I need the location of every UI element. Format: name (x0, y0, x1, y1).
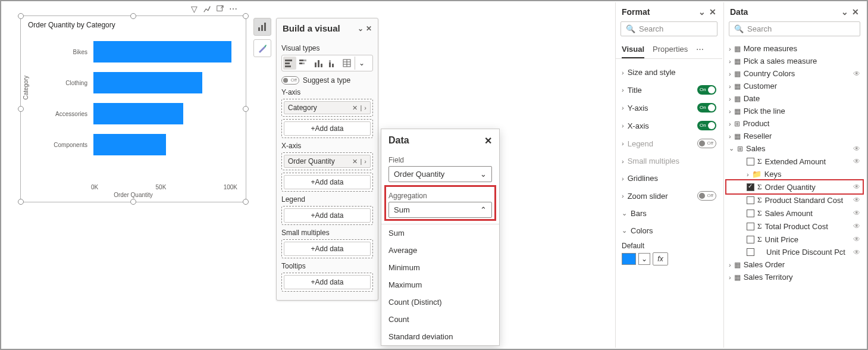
chevron-right-icon[interactable]: › (364, 158, 366, 165)
field-checkbox[interactable] (747, 223, 754, 230)
aggregation-option[interactable]: Count (381, 311, 499, 328)
resize-handle[interactable] (18, 199, 24, 205)
close-icon[interactable]: ✕ (852, 7, 859, 17)
field-checkbox[interactable] (747, 183, 754, 191)
resize-handle[interactable] (130, 13, 136, 19)
close-icon[interactable]: ✕ (484, 135, 492, 146)
hidden-icon[interactable]: 👁 (853, 145, 860, 153)
field-row[interactable]: Unit Price Discount Pct👁 (726, 246, 863, 258)
field-row[interactable]: ΣUnit Price👁 (726, 233, 863, 246)
table-row[interactable]: ›▦Pick the line (726, 105, 863, 117)
more-icon[interactable]: ⋯ (696, 41, 704, 58)
stacked-bar-icon[interactable] (297, 57, 311, 70)
stacked-column-icon[interactable] (326, 57, 339, 70)
hidden-icon[interactable]: 👁 (853, 70, 860, 78)
hidden-icon[interactable]: 👁 (853, 235, 860, 243)
aggregation-option[interactable]: Minimum (381, 259, 499, 276)
chevron-down-icon[interactable]: ⌄ (638, 253, 650, 265)
table-row[interactable]: ›▦Reseller (726, 130, 863, 142)
tooltips-add-button[interactable]: +Add data (284, 275, 371, 289)
close-icon[interactable]: ✕ (709, 7, 716, 17)
format-item[interactable]: ⌄Bars (616, 205, 722, 222)
yaxis-field-pill[interactable]: Category✕|› (284, 101, 371, 114)
yaxis-add-button[interactable]: +Add data (284, 121, 371, 136)
format-mode-button[interactable] (253, 39, 271, 57)
aggregation-option[interactable]: Maximum (381, 276, 499, 293)
chevron-down-icon[interactable]: ⌄ (358, 24, 364, 33)
table-row[interactable]: ›▦Customer (726, 80, 863, 92)
format-item[interactable]: ›X-axisOn (616, 117, 722, 135)
toggle[interactable]: On (697, 85, 716, 95)
hidden-icon[interactable]: 👁 (853, 157, 860, 165)
focus-icon[interactable] (215, 4, 225, 14)
hidden-icon[interactable]: 👁 (853, 222, 860, 230)
field-checkbox[interactable] (747, 158, 754, 165)
resize-handle[interactable] (243, 13, 249, 19)
chevron-down-icon[interactable]: ⌄ (841, 7, 848, 17)
table-row[interactable]: ›▦Date (726, 92, 863, 105)
aggregation-option[interactable]: Count (Distinct) (381, 293, 499, 311)
suggest-type-toggle[interactable]: Off (281, 76, 299, 85)
close-icon[interactable]: ✕ (366, 24, 372, 33)
hidden-icon[interactable]: 👁 (853, 248, 860, 257)
toggle[interactable]: On (697, 121, 716, 130)
small-multiples-add-button[interactable]: +Add data (284, 242, 371, 256)
build-visual-mode-button[interactable] (253, 18, 271, 36)
table-row[interactable]: ›▦Sales Territory (726, 271, 863, 283)
table-row[interactable]: ›⊞Product (726, 117, 863, 130)
format-item[interactable]: ›Zoom sliderOff (616, 187, 722, 205)
format-item[interactable]: ›Y-axisOn (616, 99, 722, 117)
tab-properties[interactable]: Properties (653, 41, 688, 58)
field-checkbox[interactable] (747, 210, 754, 217)
xaxis-field-pill[interactable]: Order Quantity✕|› (284, 155, 371, 168)
analyze-icon[interactable] (202, 4, 212, 14)
field-row[interactable]: ΣExtended Amount👁 (726, 155, 863, 168)
field-checkbox[interactable] (747, 196, 754, 204)
resize-handle[interactable] (130, 199, 136, 205)
format-item[interactable]: ›Size and style (616, 64, 722, 81)
clustered-bar-icon[interactable] (283, 57, 296, 70)
chevron-down-icon[interactable]: ⌄ (698, 7, 706, 17)
hidden-icon[interactable]: 👁 (853, 196, 860, 204)
chevron-right-icon[interactable]: › (364, 104, 366, 112)
toggle[interactable]: Off (697, 139, 716, 148)
table-row[interactable]: ›▦More measures (726, 42, 863, 55)
bar-chart-visual[interactable]: Order Quantity by Category Category Bike… (20, 15, 246, 202)
field-row[interactable]: ΣProduct Standard Cost👁 (726, 193, 863, 207)
toggle[interactable]: On (697, 103, 716, 112)
field-row[interactable]: ›📁Keys (726, 168, 863, 180)
xaxis-add-button[interactable]: +Add data (284, 175, 371, 189)
format-item[interactable]: ›LegendOff (616, 135, 722, 152)
legend-add-button[interactable]: +Add data (284, 208, 371, 223)
hidden-icon[interactable]: 👁 (853, 209, 860, 217)
aggregation-option[interactable]: Sum (381, 224, 499, 242)
resize-handle[interactable] (243, 199, 249, 205)
field-checkbox[interactable] (747, 248, 754, 256)
field-row[interactable]: ΣTotal Product Cost👁 (726, 220, 863, 233)
more-icon[interactable]: ⋯ (228, 4, 239, 14)
field-row[interactable]: ΣOrder Quantity👁 (726, 180, 863, 193)
format-item[interactable]: ›Gridlines (616, 170, 722, 187)
chevron-down-icon[interactable]: ⌄ (355, 57, 368, 70)
hidden-icon[interactable]: 👁 (853, 183, 860, 191)
table-row[interactable]: ›▦Sales Order (726, 258, 863, 271)
fx-button[interactable]: fx (653, 252, 668, 265)
column-icon[interactable] (312, 57, 325, 70)
field-checkbox[interactable] (747, 236, 754, 243)
format-search[interactable]: 🔍Search (621, 21, 717, 36)
format-item[interactable]: ›TitleOn (616, 81, 722, 99)
resize-handle[interactable] (18, 13, 24, 19)
table-row[interactable]: ›▦Country Colors👁 (726, 67, 863, 80)
report-canvas[interactable]: ▽ ⋯ Order Quantity by Category Category … (1, 1, 614, 349)
aggregation-option[interactable]: Standard deviation (381, 328, 499, 345)
aggregation-option[interactable]: Average (381, 242, 499, 259)
aggregation-dropdown[interactable]: Sum⌃ (388, 202, 492, 218)
table-icon[interactable] (340, 57, 353, 70)
table-row[interactable]: ›▦Pick a sales measure (726, 55, 863, 67)
format-item[interactable]: ›Small multiples (616, 152, 722, 170)
color-swatch[interactable] (622, 253, 636, 265)
tab-visual[interactable]: Visual (622, 41, 644, 58)
data-search[interactable]: 🔍Search (729, 21, 860, 36)
visual-type-picker[interactable]: ⌄ (281, 55, 373, 71)
table-row[interactable]: ⌄⊞Sales👁 (726, 142, 863, 155)
